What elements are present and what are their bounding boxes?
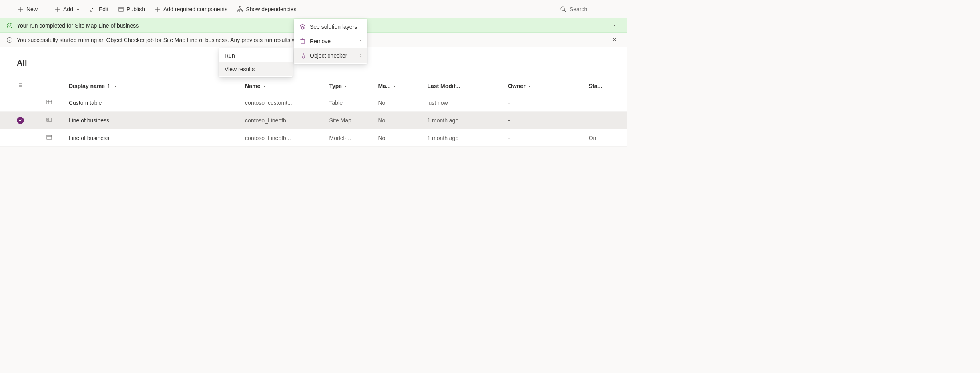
row-type-icon bbox=[46, 100, 52, 106]
row-more-button[interactable] bbox=[226, 135, 232, 141]
toolbar-overflow-button[interactable] bbox=[301, 0, 317, 18]
svg-rect-54 bbox=[301, 40, 304, 44]
svg-point-39 bbox=[229, 100, 229, 101]
plus-icon bbox=[155, 6, 161, 12]
svg-rect-43 bbox=[48, 119, 49, 120]
chevron-right-icon bbox=[358, 53, 363, 58]
edit-button[interactable]: Edit bbox=[85, 0, 113, 18]
show-dependencies-button[interactable]: Show dependencies bbox=[232, 0, 301, 18]
add-required-button[interactable]: Add required components bbox=[150, 0, 232, 18]
svg-point-52 bbox=[229, 138, 229, 139]
pencil-icon bbox=[90, 6, 96, 12]
sort-asc-icon bbox=[106, 84, 111, 88]
svg-rect-9 bbox=[238, 10, 239, 12]
chevron-down-icon bbox=[113, 84, 118, 88]
search-box[interactable] bbox=[555, 0, 627, 18]
trash-icon bbox=[299, 38, 306, 44]
svg-point-46 bbox=[229, 121, 229, 122]
chevron-down-icon bbox=[262, 84, 267, 88]
cell-managed: No bbox=[375, 129, 424, 147]
row-checkbox-checked[interactable] bbox=[17, 117, 24, 124]
components-table: Display name Name Type bbox=[0, 78, 627, 147]
col-header-select[interactable] bbox=[0, 78, 43, 94]
col-header-name[interactable]: Name bbox=[242, 78, 326, 94]
list-icon bbox=[17, 82, 23, 88]
chevron-down-icon bbox=[76, 7, 80, 12]
chevron-down-icon bbox=[343, 84, 348, 88]
plus-icon bbox=[54, 6, 61, 12]
cell-last-modified: 1 month ago bbox=[424, 129, 505, 147]
cell-status: On bbox=[586, 129, 627, 147]
submenu-view-results[interactable]: View results bbox=[219, 62, 293, 76]
chevron-down-icon bbox=[40, 7, 45, 12]
chevron-down-icon bbox=[527, 84, 532, 88]
close-notification-button[interactable] bbox=[612, 22, 621, 29]
row-more-button[interactable] bbox=[226, 100, 232, 106]
new-button[interactable]: New bbox=[13, 0, 50, 18]
edit-label: Edit bbox=[99, 6, 108, 12]
cell-type: Table bbox=[326, 94, 375, 112]
cell-name: contoso_Lineofb... bbox=[242, 129, 326, 147]
new-label: New bbox=[26, 6, 38, 12]
cell-owner: - bbox=[505, 94, 586, 112]
search-input[interactable] bbox=[570, 6, 617, 12]
chevron-down-icon bbox=[392, 84, 397, 88]
svg-point-45 bbox=[229, 119, 229, 120]
svg-point-50 bbox=[229, 135, 229, 136]
search-icon bbox=[560, 6, 566, 12]
svg-line-19 bbox=[564, 10, 566, 12]
object-checker-submenu: Run View results bbox=[219, 48, 293, 77]
cell-type: Model-... bbox=[326, 129, 375, 147]
col-header-display-name[interactable]: Display name bbox=[66, 78, 223, 94]
col-header-status[interactable]: Sta... bbox=[586, 78, 627, 94]
command-toolbar: New Add Edit Publish Add required compon… bbox=[0, 0, 627, 18]
cell-last-modified: just now bbox=[424, 94, 505, 112]
row-more-button[interactable] bbox=[226, 117, 232, 124]
svg-point-20 bbox=[7, 23, 12, 28]
menu-see-solution-layers[interactable]: See solution layers bbox=[294, 20, 367, 34]
plus-icon bbox=[18, 6, 24, 12]
close-notification-button[interactable] bbox=[612, 37, 621, 43]
table-row[interactable]: Line of business contoso_Lineofb... Mode… bbox=[0, 129, 627, 147]
cell-name: contoso_Lineofb... bbox=[242, 112, 326, 129]
cell-display-name: Line of business bbox=[66, 129, 223, 147]
cell-last-modified: 1 month ago bbox=[424, 112, 505, 129]
show-deps-label: Show dependencies bbox=[246, 6, 296, 12]
menu-object-checker[interactable]: Object checker bbox=[294, 48, 367, 63]
menu-remove[interactable]: Remove bbox=[294, 34, 367, 48]
chevron-down-icon bbox=[604, 84, 608, 88]
svg-rect-10 bbox=[241, 10, 243, 12]
add-required-label: Add required components bbox=[163, 6, 227, 12]
col-header-owner[interactable]: Owner bbox=[505, 78, 586, 94]
svg-rect-4 bbox=[119, 7, 123, 11]
svg-point-41 bbox=[229, 103, 229, 104]
table-row[interactable]: Custom table contoso_customt... Table No… bbox=[0, 94, 627, 112]
info-circle-icon bbox=[6, 37, 13, 43]
svg-rect-35 bbox=[47, 100, 52, 104]
svg-point-40 bbox=[229, 102, 229, 102]
more-icon bbox=[306, 6, 312, 12]
col-header-type[interactable]: Type bbox=[326, 78, 375, 94]
cell-display-name: Custom table bbox=[66, 94, 223, 112]
svg-point-44 bbox=[229, 118, 229, 118]
svg-point-18 bbox=[561, 7, 565, 11]
svg-point-57 bbox=[304, 55, 305, 56]
svg-point-15 bbox=[307, 9, 307, 10]
dependency-icon bbox=[237, 6, 243, 12]
add-button[interactable]: Add bbox=[50, 0, 85, 18]
cell-status bbox=[586, 112, 627, 129]
cell-owner: - bbox=[505, 112, 586, 129]
add-label: Add bbox=[63, 6, 73, 12]
submenu-run[interactable]: Run bbox=[219, 49, 293, 62]
table-row[interactable]: Line of business contoso_Lineofb... Site… bbox=[0, 112, 627, 129]
success-text: Your run completed for Site Map Line of … bbox=[17, 22, 139, 29]
close-icon bbox=[612, 23, 617, 28]
svg-point-17 bbox=[311, 9, 311, 10]
cell-owner: - bbox=[505, 129, 586, 147]
stethoscope-icon bbox=[299, 52, 306, 59]
col-header-last-modified[interactable]: Last Modif... bbox=[424, 78, 505, 94]
col-header-managed[interactable]: Ma... bbox=[375, 78, 424, 94]
svg-point-16 bbox=[309, 9, 309, 10]
publish-button[interactable]: Publish bbox=[113, 0, 150, 18]
cell-managed: No bbox=[375, 94, 424, 112]
